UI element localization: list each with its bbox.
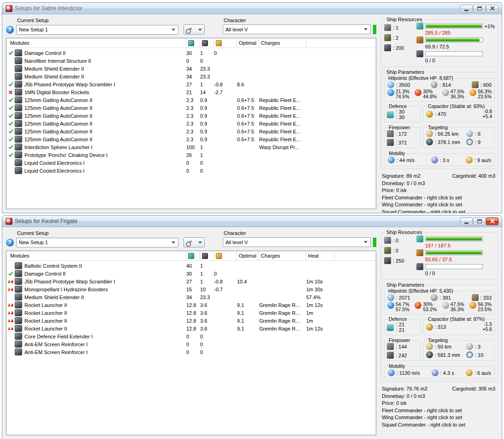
squad-commander-text[interactable]: Squad Commander - right click to set bbox=[382, 421, 497, 429]
fleet-commander-text[interactable]: Fleet Commander - right click to set bbox=[382, 194, 497, 202]
calibration-icon bbox=[416, 263, 423, 270]
minimize-button[interactable] bbox=[460, 217, 473, 225]
module-row[interactable]: Ballistic Control System II 40 1 bbox=[6, 262, 376, 270]
powergrid-usage-cell: 0.9 bbox=[200, 129, 214, 134]
module-row[interactable]: Liquid Cooled Electronics I 0 0 bbox=[6, 159, 376, 167]
module-row[interactable]: Liquid Cooled Electronics I 0 0 bbox=[6, 167, 376, 174]
max-velocity-stat: : 44 m/s bbox=[388, 156, 415, 163]
module-row[interactable]: Damage Control II 30 1 0 bbox=[6, 270, 376, 277]
maximize-button[interactable] bbox=[473, 217, 486, 225]
signature-text: Signature: 89 m2 bbox=[382, 173, 421, 180]
column-header-optimal[interactable]: Optimal bbox=[237, 251, 259, 260]
wing-commander-text[interactable]: Wing Commander - right click to set bbox=[382, 414, 497, 421]
module-row[interactable]: Monopropellant I Hydrazine Boosters 15 1… bbox=[6, 285, 376, 293]
capacitor-title: Capacitor (Stable at: 87%) bbox=[427, 316, 486, 322]
column-header-powergrid[interactable] bbox=[200, 251, 214, 260]
column-header-cpu[interactable] bbox=[186, 38, 200, 48]
help-icon[interactable]: ? bbox=[6, 26, 14, 34]
module-row[interactable]: 125mm Gatling AutoCannon II 2.3 0.9 0.6+… bbox=[6, 104, 376, 112]
column-header-charges[interactable]: Charges bbox=[259, 251, 306, 260]
module-row[interactable]: J5b Phased Prototype Warp Scrambler I 27… bbox=[6, 80, 376, 88]
module-row[interactable]: Damage Control II 30 1 0 bbox=[6, 49, 376, 57]
module-row[interactable]: Core Defence Field Extender I 0 0 bbox=[6, 332, 376, 340]
chevron-down-icon bbox=[364, 28, 368, 30]
fleet-commander-text[interactable]: Fleet Commander - right click to set bbox=[382, 407, 497, 415]
module-row[interactable]: 125mm Gatling AutoCannon II 2.3 0.9 0.6+… bbox=[6, 120, 376, 127]
column-header-optimal[interactable]: Optimal bbox=[237, 38, 259, 48]
setup-tools-button[interactable] bbox=[184, 237, 205, 247]
powergrid-usage-text: 69.9 / 72.5 bbox=[425, 44, 495, 49]
column-header-cpu[interactable] bbox=[186, 251, 200, 260]
setup-select[interactable]: New Setup 1 bbox=[16, 238, 178, 247]
module-row[interactable]: 125mm Gatling AutoCannon II 2.3 0.9 0.6+… bbox=[6, 135, 376, 143]
setup-select[interactable]: New Setup 1 bbox=[16, 25, 178, 35]
explosive-resists: 56.3%23.5% bbox=[469, 89, 492, 99]
cpu-bar bbox=[425, 236, 483, 241]
character-skills-indicator bbox=[373, 25, 376, 34]
column-header-heat[interactable] bbox=[306, 38, 335, 48]
launcher-hardpoints-value: : 0 bbox=[393, 248, 398, 253]
module-row[interactable]: 1MN Digital Booster Rockets 21 14 -2.7 bbox=[6, 88, 376, 96]
armor-explosive-resist: 23.5% bbox=[478, 94, 492, 99]
defence-value-2: : 21 bbox=[396, 327, 404, 333]
column-header-powergrid[interactable] bbox=[200, 38, 214, 48]
kinetic-resist-icon bbox=[442, 89, 449, 96]
module-row[interactable]: Medium Shield Extender II 34 23.3 bbox=[6, 65, 376, 72]
column-header-capacitor[interactable] bbox=[214, 251, 237, 260]
module-row[interactable]: Medium Shield Extender II 34 23.3 bbox=[6, 72, 376, 80]
module-row[interactable]: Interdiction Sphere Launcher I 100 1 War… bbox=[6, 143, 376, 151]
module-row[interactable]: Anti-EM Screen Reinforcer I 0 0 bbox=[6, 340, 376, 348]
dps-value: : 172 bbox=[396, 131, 407, 137]
charges-cell: Gremlin Rage R... bbox=[259, 310, 306, 316]
powergrid-bar bbox=[425, 250, 483, 255]
turret-hardpoints: : 0 bbox=[384, 237, 413, 244]
structure-hp: : 333 bbox=[472, 294, 492, 301]
character-select[interactable]: All level V bbox=[223, 24, 371, 34]
column-header-charges[interactable]: Charges bbox=[259, 38, 306, 48]
minimize-icon bbox=[464, 10, 468, 11]
module-row[interactable]: 125mm Gatling AutoCannon II 2.3 0.9 0.6+… bbox=[6, 112, 376, 120]
wing-commander-text[interactable]: Wing Commander - right click to set bbox=[382, 201, 497, 209]
cpu-usage-cell: 0 bbox=[186, 334, 200, 339]
setup-tools-button[interactable] bbox=[184, 24, 205, 35]
close-button[interactable] bbox=[486, 5, 498, 12]
squad-commander-text[interactable]: Squad Commander - right click to set bbox=[382, 209, 497, 214]
powergrid-usage-cell: 3.6 bbox=[200, 326, 214, 331]
help-icon[interactable]: ? bbox=[6, 239, 14, 247]
module-row[interactable]: Anti-EM Screen Reinforcer I 0 0 bbox=[6, 348, 376, 356]
powergrid-usage-cell: 3.6 bbox=[200, 310, 214, 316]
capacitor-usage-cell: -0.7 bbox=[214, 287, 237, 292]
maximize-button[interactable] bbox=[473, 5, 486, 12]
titlebar[interactable]: Setups for Sabre Interdictor bbox=[2, 3, 502, 14]
calibration-icon bbox=[416, 50, 423, 57]
module-row[interactable]: Rocket Launcher II 12.8 3.6 9.1 Gremlin … bbox=[6, 309, 376, 317]
module-row[interactable]: Medium Shield Extender II 34 23.3 57.4% bbox=[6, 293, 376, 301]
module-row[interactable]: Nanofiber Internal Structure II 0 0 bbox=[6, 57, 376, 65]
module-row[interactable]: 125mm Gatling AutoCannon II 2.3 0.9 0.6+… bbox=[6, 127, 376, 135]
modules-table: Modules Optimal Charges Damage Control I… bbox=[6, 38, 376, 209]
module-row[interactable]: Rocket Launcher II 12.8 3.6 9.1 Gremlin … bbox=[6, 301, 376, 309]
close-button[interactable] bbox=[486, 217, 498, 225]
column-header-modules[interactable]: Modules bbox=[6, 38, 186, 48]
dps-icon bbox=[387, 130, 394, 137]
module-row[interactable]: Prototype 'Poncho' Cloaking Device I 26 … bbox=[6, 151, 376, 159]
column-header-capacitor[interactable] bbox=[214, 38, 237, 48]
module-row[interactable]: Rocket Launcher II 12.8 3.6 9.1 Gremlin … bbox=[6, 325, 376, 332]
warp-speed-stat: : 9 au/s bbox=[466, 156, 491, 163]
cpu-usage-cell: 27 bbox=[186, 279, 200, 284]
cpu-usage-cell: 0 bbox=[186, 160, 200, 166]
column-header-heat[interactable]: Heat bbox=[306, 251, 335, 260]
module-name-cell: Rocket Launcher II bbox=[24, 326, 186, 331]
minimize-button[interactable] bbox=[460, 5, 473, 12]
max-targets-stat: : 6 bbox=[466, 130, 492, 137]
titlebar[interactable]: Setups for Kestrel Frigate bbox=[2, 216, 502, 227]
module-row[interactable]: 125mm Gatling AutoCannon II 2.3 0.9 0.6+… bbox=[6, 96, 376, 104]
structure-icon bbox=[472, 81, 479, 88]
align-time-icon bbox=[432, 369, 439, 376]
column-header-modules[interactable]: Modules bbox=[6, 251, 186, 260]
max-velocity-icon bbox=[388, 156, 395, 163]
module-row[interactable]: J5b Phased Prototype Warp Scrambler I 27… bbox=[6, 277, 376, 285]
character-select[interactable]: All level V bbox=[223, 237, 371, 247]
module-row[interactable]: Rocket Launcher II 12.8 3.6 9.1 Gremlin … bbox=[6, 317, 376, 325]
module-status-icon bbox=[6, 129, 15, 134]
